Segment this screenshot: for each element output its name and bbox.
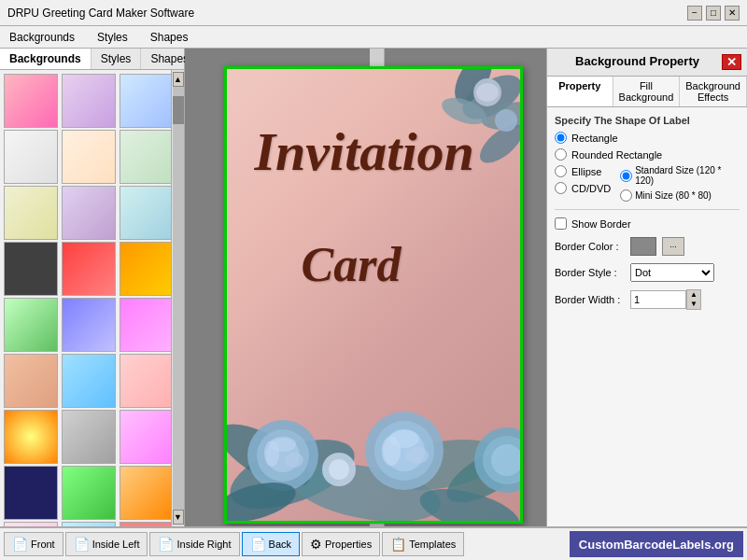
tab-background-effects[interactable]: Background Effects xyxy=(680,77,747,106)
radio-ellipse[interactable] xyxy=(555,165,567,177)
properties-button[interactable]: ⚙ Properties xyxy=(302,532,380,556)
border-width-row: Border Width : ▲ ▼ xyxy=(555,289,740,310)
thumb-23[interactable] xyxy=(62,466,116,520)
radio-rounded[interactable] xyxy=(555,148,567,161)
tab-styles[interactable]: Styles xyxy=(92,49,142,69)
thumb-5[interactable] xyxy=(62,130,116,184)
minimize-button[interactable]: − xyxy=(687,6,702,21)
card-text-invitation: Invitation xyxy=(255,125,474,179)
thumb-21[interactable] xyxy=(120,410,171,464)
inside-right-icon: 📄 xyxy=(158,537,174,552)
thumb-3[interactable] xyxy=(120,74,171,128)
svg-point-7 xyxy=(495,109,517,132)
thumb-2[interactable] xyxy=(62,74,116,128)
thumb-15[interactable] xyxy=(120,298,171,352)
inside-left-label: Inside Left xyxy=(92,539,140,550)
tab-backgrounds[interactable]: Backgrounds xyxy=(0,49,92,69)
border-width-label: Border Width : xyxy=(555,294,625,305)
tab-property[interactable]: Property xyxy=(547,77,613,106)
radio-rectangle-label: Rectangle xyxy=(571,133,618,144)
thumb-25[interactable] xyxy=(4,522,58,526)
scroll-up[interactable]: ▲ xyxy=(173,72,184,87)
border-style-row: Border Style : Dot Solid Dash DashDot xyxy=(555,263,740,282)
thumb-6[interactable] xyxy=(120,130,171,184)
thumb-13[interactable] xyxy=(4,298,58,352)
divider-1 xyxy=(555,209,740,210)
titlebar-controls[interactable]: − □ ✕ xyxy=(687,6,740,21)
thumb-10[interactable] xyxy=(4,242,58,296)
svg-point-23 xyxy=(382,436,401,466)
inside-right-button[interactable]: 📄 Inside Right xyxy=(149,532,239,556)
radio-mini-size[interactable] xyxy=(620,189,632,202)
thumb-27[interactable] xyxy=(120,522,171,526)
size-opt-mini: Mini Size (80 * 80) xyxy=(620,189,740,202)
right-content: Specify The Shape Of Label Rectangle Rou… xyxy=(547,107,747,526)
svg-point-18 xyxy=(285,453,303,468)
left-tabs: Backgrounds Styles Shapes xyxy=(0,49,184,70)
thumb-9[interactable] xyxy=(120,186,171,240)
radio-standard-size[interactable] xyxy=(620,170,632,182)
show-border-checkbox[interactable] xyxy=(555,217,567,230)
border-width-input[interactable] xyxy=(630,290,686,309)
radio-rectangle[interactable] xyxy=(555,132,567,144)
border-color-picker-button[interactable]: ··· xyxy=(662,237,684,256)
tab-fill-background[interactable]: Fill Background xyxy=(613,77,681,106)
thumb-12[interactable] xyxy=(120,242,171,296)
border-style-label: Border Style : xyxy=(555,267,625,278)
thumb-8[interactable] xyxy=(62,186,116,240)
right-panel-close[interactable]: ✕ xyxy=(722,54,741,70)
close-button[interactable]: ✕ xyxy=(725,6,740,21)
thumb-18[interactable] xyxy=(120,354,171,408)
right-panel-title: Background Property xyxy=(575,54,699,68)
thumb-16[interactable] xyxy=(4,354,58,408)
back-label: Back xyxy=(269,539,291,550)
menubar: Backgrounds Styles Shapes xyxy=(0,26,747,49)
border-color-swatch[interactable] xyxy=(630,237,656,256)
thumb-7[interactable] xyxy=(4,186,58,240)
inside-right-label: Inside Right xyxy=(176,539,231,550)
radio-rounded-label: Rounded Rectangle xyxy=(571,149,662,161)
border-style-select[interactable]: Dot Solid Dash DashDot xyxy=(630,263,714,282)
thumb-4[interactable] xyxy=(4,130,58,184)
svg-point-17 xyxy=(264,441,279,467)
properties-label: Properties xyxy=(325,539,372,550)
border-width-decrement[interactable]: ▼ xyxy=(687,300,700,309)
ellipse-cddvd-row: Ellipse CD/DVD Standard Size (120 * 120) xyxy=(555,165,740,202)
border-width-increment[interactable]: ▲ xyxy=(687,290,700,300)
scroll-thumb[interactable] xyxy=(173,96,184,124)
templates-button[interactable]: 📋 Templates xyxy=(382,532,464,556)
thumb-1[interactable] xyxy=(4,74,58,128)
thumb-scrollbar[interactable]: ▲ ▼ xyxy=(171,70,184,526)
thumb-22[interactable] xyxy=(4,466,58,520)
shape-radio-group: Rectangle Rounded Rectangle Ellipse xyxy=(555,132,740,202)
scroll-track[interactable] xyxy=(173,87,184,510)
thumb-11[interactable] xyxy=(62,242,116,296)
thumb-17[interactable] xyxy=(62,354,116,408)
radio-cddvd[interactable] xyxy=(555,182,567,194)
maximize-button[interactable]: □ xyxy=(706,6,721,21)
app-title: DRPU Greeting Card Maker Software xyxy=(7,7,194,20)
thumb-14[interactable] xyxy=(62,298,116,352)
thumb-19[interactable] xyxy=(4,410,58,464)
thumb-24[interactable] xyxy=(120,466,171,520)
front-button[interactable]: 📄 Front xyxy=(4,532,63,556)
back-button[interactable]: 📄 Back xyxy=(242,532,300,556)
size-mini-label: Mini Size (80 * 80) xyxy=(635,190,712,201)
menu-shapes[interactable]: Shapes xyxy=(145,29,194,46)
scroll-down[interactable]: ▼ xyxy=(173,510,184,525)
card-canvas[interactable]: Invitation Card xyxy=(224,66,523,524)
thumb-26[interactable] xyxy=(62,522,116,526)
menu-backgrounds[interactable]: Backgrounds xyxy=(4,29,80,46)
radio-row-ellipse: Ellipse xyxy=(555,165,611,177)
menu-styles[interactable]: Styles xyxy=(92,29,134,46)
brand-link[interactable]: CustomBarcodeLabels.org xyxy=(570,531,743,557)
svg-point-29 xyxy=(329,459,349,480)
radio-row-rounded: Rounded Rectangle xyxy=(555,148,740,161)
thumb-20[interactable] xyxy=(62,410,116,464)
inside-left-button[interactable]: 📄 Inside Left xyxy=(65,532,148,556)
right-panel-header: Background Property ✕ xyxy=(547,49,747,77)
front-label: Front xyxy=(31,539,55,550)
bottom-buttons: 📄 Front 📄 Inside Left 📄 Inside Right 📄 B… xyxy=(4,532,464,556)
templates-icon: 📋 xyxy=(390,537,406,552)
brand-text: CustomBarcodeLabels.org xyxy=(579,538,734,552)
